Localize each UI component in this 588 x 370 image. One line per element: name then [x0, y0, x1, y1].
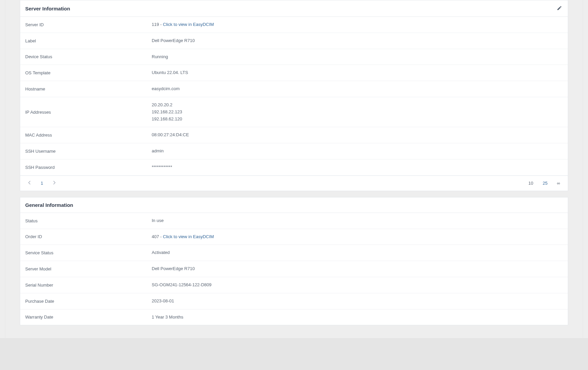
row-label: Server ID: [25, 22, 152, 27]
chevron-left-icon: [28, 181, 31, 186]
row-label: Server Model: [25, 266, 152, 271]
edit-button[interactable]: [556, 5, 563, 12]
server-info-title: Server Information: [25, 6, 70, 11]
row-label: Serial Number: [25, 283, 152, 288]
row-label-name: Label Dell PowerEdge R710: [20, 33, 568, 49]
row-os-template: OS Template Ubuntu 22.04. LTS: [20, 65, 568, 81]
ip-line-1: 20.20.20.2: [152, 102, 563, 109]
pagination: 1 10 25 ∞: [20, 176, 568, 191]
row-value: 2023-08-01: [152, 298, 563, 305]
panel-heading: Server Information: [20, 0, 568, 17]
general-information-panel: General Information Status In use Order …: [20, 197, 568, 326]
row-device-status: Device Status Running: [20, 49, 568, 65]
chevron-right-icon: [53, 181, 56, 186]
page-1[interactable]: 1: [37, 179, 46, 187]
row-label: SSH Username: [25, 149, 152, 154]
page-size-10[interactable]: 10: [526, 179, 536, 187]
server-id-prefix: 119 -: [152, 22, 163, 27]
pagination-right: 10 25 ∞: [526, 179, 563, 187]
next-page-button[interactable]: [50, 179, 59, 187]
row-order-id: Order ID 407 - Click to view in EasyDCIM: [20, 229, 568, 245]
pagination-left: 1: [25, 179, 59, 187]
page-size-25[interactable]: 25: [540, 179, 550, 187]
ip-addresses-value: 20.20.20.2 192.168.22.123 192.168.62.120: [152, 102, 563, 122]
row-label: Status: [25, 218, 152, 223]
ip-line-2: 192.168.22.123: [152, 109, 563, 116]
row-value: 119 - Click to view in EasyDCIM: [152, 21, 563, 28]
general-info-title: General Information: [25, 202, 73, 208]
row-purchase-date: Purchase Date 2023-08-01: [20, 293, 568, 309]
row-value: Dell PowerEdge R710: [152, 265, 563, 272]
server-information-panel: Server Information Server ID 119 - Click…: [20, 0, 568, 191]
row-value: SG-OGM241-12564-122-D809: [152, 282, 563, 289]
row-warranty-date: Warranty Date 1 Year 3 Months: [20, 309, 568, 325]
row-value: 1 Year 3 Months: [152, 314, 563, 321]
order-id-prefix: 407 -: [152, 234, 163, 239]
row-label: Hostname: [25, 86, 152, 91]
row-status: Status In use: [20, 213, 568, 229]
row-value: ************: [152, 164, 563, 171]
prev-page-button[interactable]: [25, 179, 33, 187]
device-status-value: Running: [152, 53, 563, 61]
row-hostname: Hostname easydcim.com: [20, 81, 568, 97]
row-value: admin: [152, 148, 563, 155]
server-id-link[interactable]: Click to view in EasyDCIM: [163, 22, 214, 27]
row-label: Order ID: [25, 234, 152, 239]
panel-heading: General Information: [20, 197, 568, 213]
ip-line-3: 192.168.62.120: [152, 116, 563, 123]
row-mac-address: MAC Address 08:00:27:24:D4:CE: [20, 127, 568, 143]
service-status-value: Activated: [152, 249, 563, 256]
row-service-status: Service Status Activated: [20, 245, 568, 261]
row-label: Device Status: [25, 54, 152, 59]
order-id-link[interactable]: Click to view in EasyDCIM: [163, 234, 214, 239]
row-value: 407 - Click to view in EasyDCIM: [152, 233, 563, 240]
pencil-icon: [557, 5, 562, 12]
row-label: Warranty Date: [25, 314, 152, 320]
row-server-id: Server ID 119 - Click to view in EasyDCI…: [20, 17, 568, 33]
row-label: OS Template: [25, 70, 152, 75]
row-value: Ubuntu 22.04. LTS: [152, 69, 563, 76]
row-ip-addresses: IP Addresses 20.20.20.2 192.168.22.123 1…: [20, 97, 568, 127]
row-label: IP Addresses: [25, 110, 152, 115]
row-label: Label: [25, 38, 152, 43]
row-label: SSH Password: [25, 165, 152, 170]
row-serial-number: Serial Number SG-OGM241-12564-122-D809: [20, 277, 568, 293]
row-value: Dell PowerEdge R710: [152, 37, 563, 44]
row-label: MAC Address: [25, 133, 152, 138]
row-label: Service Status: [25, 250, 152, 255]
row-ssh-password: SSH Password ************: [20, 159, 568, 176]
row-value: 08:00:27:24:D4:CE: [152, 132, 563, 139]
row-label: Purchase Date: [25, 299, 152, 304]
page-size-infinity[interactable]: ∞: [554, 179, 563, 187]
row-ssh-username: SSH Username admin: [20, 143, 568, 159]
row-value: In use: [152, 217, 563, 224]
row-server-model: Server Model Dell PowerEdge R710: [20, 261, 568, 277]
row-value: easydcim.com: [152, 85, 563, 92]
